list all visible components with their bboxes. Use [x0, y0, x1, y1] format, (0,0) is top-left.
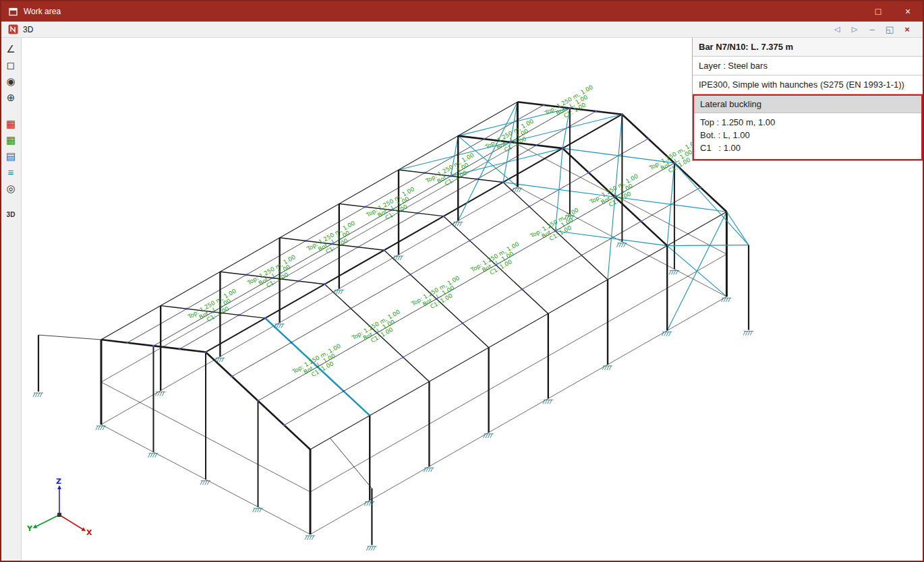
buckling-annotation: Top: 1.250 m, 1.00Bot.: L, 1.00C1: 1.00 [365, 185, 422, 228]
node-marker [640, 220, 642, 222]
support-symbol [743, 332, 753, 336]
lateral-buckling-bot: Bot. : L, 1.00 [700, 129, 915, 142]
node-marker [364, 206, 366, 208]
visibility-icon[interactable]: ◉ [1, 73, 20, 90]
pane-close-icon[interactable]: × [898, 24, 916, 34]
node-marker [324, 283, 326, 285]
node-marker [383, 249, 385, 251]
buckling-annotation: Top: 1.250 m, 1.00Bot.: L, 1.00C1: 1.00 [409, 274, 466, 317]
support-symbol [155, 392, 165, 396]
axis-label: Y [26, 524, 33, 533]
buckling-annotation: Top: 1.250 m, 1.00Bot.: L, 1.00C1: 1.00 [350, 309, 407, 352]
node-marker [297, 280, 299, 282]
support-symbol [616, 243, 627, 247]
node-marker [126, 342, 128, 344]
lateral-buckling-top: Top : 1.250 m, 1.00 [700, 116, 915, 129]
viewport-3d[interactable]: Top: 1.250 m, 1.00Bot.: L, 1.00C1: 1.00T… [22, 38, 923, 561]
buckling-annotation: Top: 1.250 m, 1.00Bot.: L, 1.00C1: 1.00 [469, 241, 526, 284]
axis-label: Z [56, 477, 61, 486]
node-marker [502, 181, 504, 183]
node-marker [357, 246, 359, 248]
maximize-button[interactable]: □ [863, 1, 893, 22]
node-marker [291, 342, 293, 344]
wall-girt[interactable] [310, 254, 726, 492]
lateral-buckling-values: Top : 1.250 m, 1.00 Bot. : L, 1.00 C1 : … [694, 113, 921, 159]
node-marker [305, 240, 307, 242]
outrigger-strut[interactable] [330, 438, 372, 489]
nav-next-icon[interactable]: ▷ [846, 25, 863, 34]
tabbar: 3D ◁ ▷ – ◱ × [1, 22, 923, 38]
section-table-icon[interactable]: ▦ [1, 116, 20, 132]
eave-beam[interactable] [101, 102, 517, 340]
info-panel-section: IPE300, Simple with haunches (S275 (EN 1… [693, 75, 923, 94]
outrigger-strut[interactable] [38, 335, 101, 340]
node-marker [528, 206, 530, 208]
pane-minimize-icon[interactable]: – [863, 24, 881, 34]
buckling-annotation: Top: 1.250 m, 1.00Bot.: L, 1.00C1: 1.00 [543, 84, 600, 127]
buckling-annotation: Top: 1.250 m, 1.00Bot.: L, 1.00C1: 1.00 [186, 288, 243, 331]
node-marker [246, 274, 248, 276]
node-marker [536, 144, 538, 146]
data-table-icon[interactable]: ▤ [1, 148, 20, 164]
window-icon [8, 7, 18, 17]
app-icon [8, 24, 18, 34]
lateral-buckling-c1: C1 : 1.00 [700, 142, 915, 154]
node-marker [699, 187, 701, 189]
node-marker [179, 348, 181, 350]
node-marker [264, 317, 266, 319]
node-marker [283, 425, 285, 427]
node-marker [152, 345, 154, 347]
node-marker [409, 274, 411, 276]
node-marker [238, 314, 240, 316]
node-marker [442, 216, 444, 218]
node-marker [621, 113, 623, 115]
support-symbol [200, 481, 210, 485]
result-table-icon[interactable]: ▦ [1, 132, 20, 148]
tab-3d[interactable]: 3D [23, 25, 33, 34]
support-symbol [602, 366, 612, 370]
info-panel-title: Bar N7/N10: L. 7.375 m [693, 38, 923, 57]
titlebar: Work area □ × [1, 1, 923, 22]
outrigger-bracing[interactable] [667, 245, 749, 246]
buckling-annotation: Top: 1.250 m, 1.00Bot.: L, 1.00C1: 1.00 [484, 118, 540, 161]
support-symbol [364, 502, 374, 506]
view-3d-icon[interactable]: 3D [1, 207, 20, 223]
wall-bracing[interactable] [667, 246, 726, 297]
buckling-annotation: Top: 1.250 m, 1.00Bot.: L, 1.00C1: 1.00 [246, 253, 302, 296]
node-marker [424, 172, 426, 174]
node-marker [257, 400, 259, 402]
nav-prev-icon[interactable]: ◁ [828, 25, 846, 34]
pane-restore-icon[interactable]: ◱ [881, 24, 898, 34]
node-marker [343, 390, 345, 392]
node-marker [402, 356, 404, 358]
layers-icon[interactable]: ≡ [1, 164, 20, 181]
support-symbol [305, 536, 315, 540]
lateral-buckling-box: Lateral buckling Top : 1.250 m, 1.00 Bot… [693, 94, 923, 160]
info-panel-layer: Layer : Steel bars [693, 57, 923, 75]
outrigger-bracing[interactable] [726, 212, 749, 245]
buckling-annotation: Top: 1.250 m, 1.00Bot.: L, 1.00C1: 1.00 [424, 152, 481, 195]
window-title: Work area [24, 7, 61, 16]
node-marker [461, 322, 463, 324]
node-marker [588, 172, 590, 174]
pan-icon[interactable]: ⊕ [1, 90, 20, 106]
app-window: Work area □ × 3D ◁ ▷ – ◱ × ∠◻◉⊕▦▦▤≡◎3D T… [0, 0, 924, 562]
node-marker [231, 375, 233, 377]
node-marker [205, 351, 207, 353]
cube-view-icon[interactable]: ◻ [1, 57, 20, 73]
node-marker [476, 179, 478, 181]
support-symbol [721, 298, 731, 302]
content-area: ∠◻◉⊕▦▦▤≡◎3D Top: 1.250 m, 1.00Bot.: L, 1… [1, 38, 923, 561]
node-marker [562, 148, 564, 150]
node-marker [543, 104, 545, 106]
node-marker [595, 111, 597, 113]
hide-elements-icon[interactable]: ◎ [1, 181, 20, 197]
close-button[interactable]: × [893, 1, 923, 22]
workplane-icon[interactable]: ∠ [1, 41, 20, 57]
purlin[interactable] [127, 105, 544, 343]
support-symbol [543, 400, 553, 404]
node-marker [521, 288, 523, 290]
node-marker [581, 255, 583, 257]
node-marker [469, 240, 471, 242]
support-symbol [669, 270, 679, 274]
